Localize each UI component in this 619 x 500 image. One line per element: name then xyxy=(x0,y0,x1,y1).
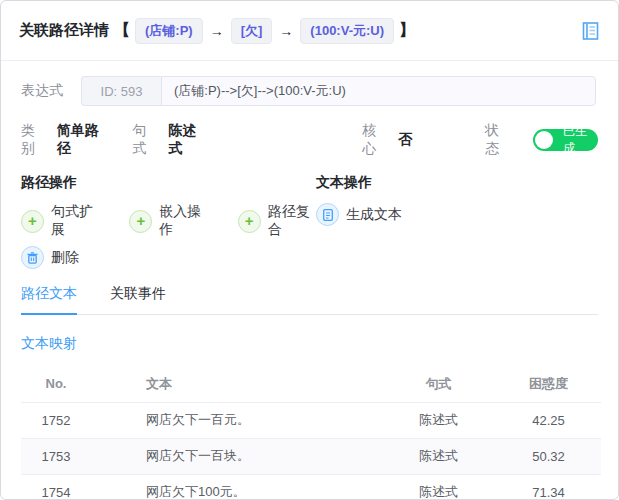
embed-operation-button[interactable]: + 嵌入操作 xyxy=(129,203,207,239)
expression-label: 表达式 xyxy=(21,82,63,100)
generate-text-label: 生成文本 xyxy=(346,206,402,224)
table-row[interactable]: 1752 网店欠下一百元。 陈述式 42.25 xyxy=(21,402,601,438)
panel-header: 关联路径详情 【 (店铺:P) → [欠] → (100:V-元:U) 】 xyxy=(1,1,618,61)
table-header-row: No. 文本 句式 困惑度 xyxy=(21,366,601,402)
path-operations: 路径操作 + 句式扩展 + 嵌入操作 + 路径复合 xyxy=(21,174,316,269)
notebook-icon[interactable] xyxy=(582,21,600,41)
path-node-badge-object: (100:V-元:U) xyxy=(300,18,394,44)
core-label: 核心 xyxy=(362,122,385,158)
expression-row: 表达式 ID: 593 xyxy=(21,76,598,106)
column-header-perplexity: 困惑度 xyxy=(496,366,601,402)
tab-path-text[interactable]: 路径文本 xyxy=(21,285,77,315)
compose-path-label: 路径复合 xyxy=(268,203,316,239)
bracket-close: 】 xyxy=(399,20,415,41)
operations-section: 路径操作 + 句式扩展 + 嵌入操作 + 路径复合 xyxy=(21,174,598,269)
arrow-right-icon: → xyxy=(279,23,293,39)
status-toggle[interactable]: 已生成 xyxy=(533,129,598,151)
expression-input-group: ID: 593 xyxy=(81,76,596,106)
cell-text: 网店欠下100元。 xyxy=(91,474,381,500)
tab-bar: 路径文本 关联事件 xyxy=(21,285,598,315)
sentence-type-value: 陈述式 xyxy=(168,122,202,158)
generate-text-button[interactable]: 生成文本 xyxy=(316,203,402,226)
expression-id-prefix: ID: 593 xyxy=(81,76,161,106)
path-node-badge-predicate: [欠] xyxy=(231,18,273,44)
cell-sentence: 陈述式 xyxy=(381,474,496,500)
column-header-sentence: 句式 xyxy=(381,366,496,402)
compose-path-button[interactable]: + 路径复合 xyxy=(238,203,316,239)
category-label: 类别 xyxy=(21,122,44,158)
arrow-right-icon: → xyxy=(210,23,224,39)
table-row[interactable]: 1753 网店欠下一百块。 陈述式 50.32 xyxy=(21,438,601,474)
cell-perplexity: 50.32 xyxy=(496,438,601,474)
plus-icon: + xyxy=(238,210,261,233)
embed-operation-label: 嵌入操作 xyxy=(159,203,207,239)
delete-label: 删除 xyxy=(51,249,79,267)
text-operations: 文本操作 生成文本 xyxy=(316,174,402,269)
column-header-no: No. xyxy=(21,366,91,402)
cell-perplexity: 42.25 xyxy=(496,402,601,438)
cell-no: 1752 xyxy=(21,402,91,438)
cell-sentence: 陈述式 xyxy=(381,438,496,474)
plus-icon: + xyxy=(129,210,152,233)
status-label: 状态 xyxy=(485,122,508,158)
path-node-badge-subject: (店铺:P) xyxy=(135,18,203,44)
bracket-open: 【 xyxy=(114,20,130,41)
text-operations-title: 文本操作 xyxy=(316,174,402,192)
expression-input[interactable] xyxy=(161,76,596,106)
column-header-text: 文本 xyxy=(91,366,381,402)
page-title: 关联路径详情 xyxy=(19,21,109,40)
cell-sentence: 陈述式 xyxy=(381,402,496,438)
cell-text: 网店欠下一百元。 xyxy=(91,402,381,438)
plus-icon: + xyxy=(21,210,44,233)
trash-icon xyxy=(21,246,44,269)
path-operations-title: 路径操作 xyxy=(21,174,316,192)
delete-button[interactable]: 删除 xyxy=(21,246,79,269)
cell-text: 网店欠下一百块。 xyxy=(91,438,381,474)
cell-perplexity: 71.34 xyxy=(496,474,601,500)
document-icon xyxy=(316,203,339,226)
text-mapping-table: No. 文本 句式 困惑度 1752 网店欠下一百元。 陈述式 42.25 17… xyxy=(21,366,601,500)
table-row[interactable]: 1754 网店欠下100元。 陈述式 71.34 xyxy=(21,474,601,500)
text-mapping-title: 文本映射 xyxy=(21,335,598,353)
core-value: 否 xyxy=(398,131,412,149)
sentence-type-label: 句式 xyxy=(132,122,155,158)
cell-no: 1753 xyxy=(21,438,91,474)
cell-no: 1754 xyxy=(21,474,91,500)
expand-sentence-label: 句式扩展 xyxy=(51,203,99,239)
meta-row: 类别 简单路径 句式 陈述式 核心 否 状态 已生成 xyxy=(21,122,598,158)
expand-sentence-button[interactable]: + 句式扩展 xyxy=(21,203,99,239)
path-detail-panel: 关联路径详情 【 (店铺:P) → [欠] → (100:V-元:U) 】 表达… xyxy=(0,0,619,500)
toggle-knob-icon xyxy=(535,131,553,149)
category-value: 简单路径 xyxy=(57,122,103,158)
tab-related-events[interactable]: 关联事件 xyxy=(110,285,166,315)
